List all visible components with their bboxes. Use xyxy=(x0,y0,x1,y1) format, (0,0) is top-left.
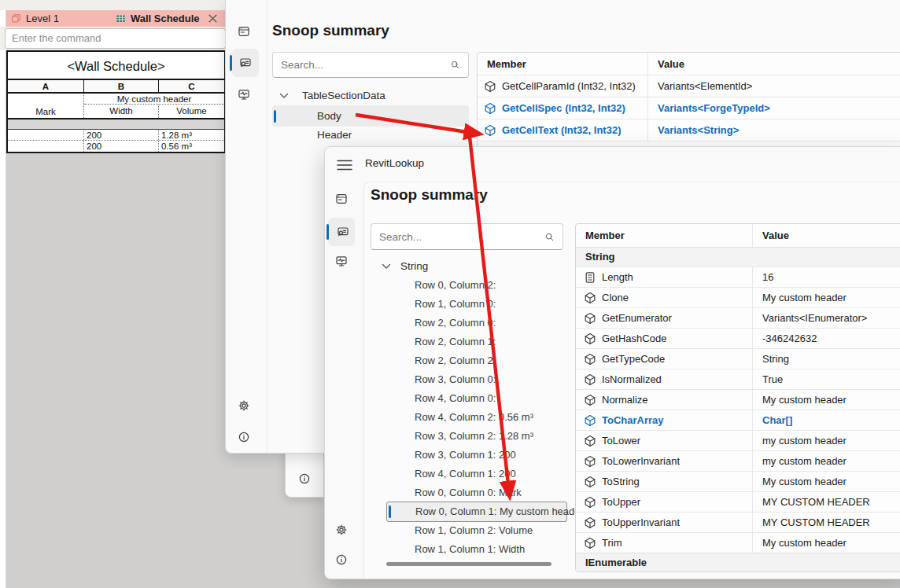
tree-item[interactable]: Row 0, Column 2: xyxy=(415,276,496,295)
member-value: My custom header xyxy=(753,390,847,410)
tree-item[interactable]: Row 0, Column 0: Mark xyxy=(415,483,522,502)
method-icon xyxy=(584,414,596,427)
tree-item[interactable]: Row 3, Column 0: xyxy=(415,370,496,389)
close-icon[interactable] xyxy=(208,13,218,24)
tree-item[interactable]: Row 2, Column 0: xyxy=(415,314,496,333)
search-icon xyxy=(450,60,460,70)
member-name: Clone xyxy=(602,292,629,303)
table-section-header: IEnumerable xyxy=(576,553,900,572)
tree-item[interactable]: Row 1, Column 0: xyxy=(415,295,496,314)
column-header-member[interactable]: Member xyxy=(576,224,753,247)
event-monitor-icon[interactable] xyxy=(238,88,250,101)
table-row[interactable]: GetEnumeratorVariants<IEnumerator> xyxy=(576,307,900,328)
schedule-cell-volume[interactable]: 1.28 m³ xyxy=(159,130,224,140)
screen: Level 1 Wall Schedule Enter the command … xyxy=(0,0,900,588)
tree-item[interactable]: Row 4, Column 0: xyxy=(415,389,496,408)
method-icon xyxy=(584,455,596,468)
table-row[interactable]: CloneMy custom header xyxy=(576,287,900,307)
column-letter-a[interactable]: A xyxy=(8,80,84,92)
column-header-value[interactable]: Value xyxy=(753,224,789,247)
tree-item[interactable]: Row 4, Column 2: 0.56 m³ xyxy=(415,408,533,427)
member-name: ToCharArray xyxy=(602,414,664,426)
tree-item-header[interactable]: Header xyxy=(317,128,352,142)
method-icon xyxy=(584,476,596,488)
table-row[interactable]: NormalizeMy custom header xyxy=(576,389,900,410)
tree-item[interactable]: Row 3, Column 2: 1.28 m³ xyxy=(415,427,533,446)
table-row[interactable]: GetCellParamId (Int32, Int32) Variants<E… xyxy=(478,75,900,97)
command-input[interactable]: Enter the command xyxy=(5,28,226,49)
tree-item-body[interactable]: Body xyxy=(317,105,341,127)
member-name: ToUpper xyxy=(602,496,640,508)
table-row[interactable]: ToCharArrayChar[] xyxy=(576,410,900,430)
revitlookup-window: RevitLookup Snoop summary Search... Stri… xyxy=(324,146,900,579)
member-value: -346242632 xyxy=(753,329,817,348)
member-name: GetCellSpec (Int32, Int32) xyxy=(502,102,625,114)
table-row[interactable]: GetHashCode-346242632 xyxy=(576,328,900,348)
member-name: Length xyxy=(602,271,633,283)
member-value: Variants<String> xyxy=(648,119,739,141)
tree-item-selected[interactable]: Row 0, Column 1: My custom header xyxy=(386,502,567,522)
gear-icon[interactable] xyxy=(238,399,250,412)
table-row[interactable]: ToUpperMY CUSTOM HEADER xyxy=(576,491,900,512)
table-row[interactable]: ToStringMy custom header xyxy=(576,471,900,491)
column-header-value[interactable]: Value xyxy=(648,53,684,75)
schedule-cell-mark[interactable] xyxy=(8,130,84,140)
member-value: my custom header xyxy=(753,451,847,471)
method-icon xyxy=(584,333,596,345)
schedule-header-volume[interactable]: Volume xyxy=(159,105,224,118)
member-value: MY CUSTOM HEADER xyxy=(753,513,870,532)
method-icon xyxy=(584,394,596,406)
schedule-cell-mark[interactable] xyxy=(8,141,84,152)
member-value: My custom header xyxy=(753,288,847,307)
search-input[interactable]: Search... xyxy=(272,52,469,78)
method-icon xyxy=(584,353,596,366)
info-icon[interactable] xyxy=(238,431,250,443)
tree-node-tablesectiondata[interactable]: TableSectionData xyxy=(302,90,385,101)
table-row[interactable]: ToLowermy custom header xyxy=(576,430,900,450)
member-name: ToString xyxy=(602,476,640,487)
tree-item[interactable]: Row 2, Column 2: xyxy=(415,351,496,370)
member-value: Variants<ForgeTypeId> xyxy=(648,97,770,119)
table-row[interactable]: GetCellText (Int32, Int32) Variants<Stri… xyxy=(478,119,900,141)
table-row[interactable]: ToUpperInvariantMY CUSTOM HEADER xyxy=(576,512,900,532)
member-name: Normalize xyxy=(602,394,648,406)
member-value: True xyxy=(753,369,783,389)
schedule-data-row[interactable]: 200 1.28 m³ xyxy=(8,130,224,141)
tree-item-body-highlight xyxy=(272,105,469,127)
column-header-member[interactable]: Member xyxy=(478,53,648,75)
schedule-group-header[interactable]: My custom header xyxy=(84,94,224,105)
table-row[interactable]: GetTypeCodeString xyxy=(576,348,900,369)
member-name: IsNormalized xyxy=(602,373,662,385)
tree-item[interactable]: Row 1, Column 2: Volume xyxy=(415,521,533,540)
tree-item[interactable]: Row 3, Column 1: 200 xyxy=(415,446,516,465)
tab-level-1[interactable]: Level 1 xyxy=(26,13,59,24)
member-name: ToLowerInvariant xyxy=(602,455,680,467)
table-row[interactable]: IsNormalizedTrue xyxy=(576,369,900,389)
schedule-header-width[interactable]: Width xyxy=(84,105,159,118)
dashboard-icon[interactable] xyxy=(238,25,250,38)
snoop-icon[interactable] xyxy=(239,57,252,69)
table-row[interactable]: Length16 xyxy=(576,266,900,287)
column-letter-b[interactable]: B xyxy=(84,80,159,92)
horizontal-scrollbar[interactable] xyxy=(386,562,551,566)
method-icon xyxy=(584,435,596,447)
method-icon xyxy=(584,312,596,325)
tab-wall-schedule[interactable]: Wall Schedule xyxy=(131,13,200,24)
table-row[interactable]: GetCellSpec (Int32, Int32) Variants<Forg… xyxy=(478,97,900,119)
schedule-cell-width[interactable]: 200 xyxy=(84,130,159,140)
schedule-header-mark[interactable]: Mark xyxy=(8,94,84,118)
tree-item[interactable]: Row 4, Column 1: 200 xyxy=(415,465,516,483)
table-row[interactable]: ToLowerInvariantmy custom header xyxy=(576,450,900,471)
schedule-cell-volume[interactable]: 0.56 m³ xyxy=(159,141,224,152)
member-table: Member Value StringLength16CloneMy custo… xyxy=(575,223,900,572)
column-letter-c[interactable]: C xyxy=(159,80,224,92)
table-row[interactable]: TrimMy custom header xyxy=(576,532,900,553)
table-header-row: Member Value xyxy=(576,224,900,247)
schedule-data-row[interactable]: 200 0.56 m³ xyxy=(8,141,224,152)
schedule-group-band xyxy=(8,119,224,130)
chevron-down-icon[interactable] xyxy=(279,92,289,100)
tree-item[interactable]: Row 1, Column 1: Width xyxy=(415,540,525,559)
schedule-cell-width[interactable]: 200 xyxy=(84,141,159,152)
tree-item[interactable]: Row 2, Column 1: xyxy=(415,333,496,351)
info-icon[interactable] xyxy=(298,472,311,485)
